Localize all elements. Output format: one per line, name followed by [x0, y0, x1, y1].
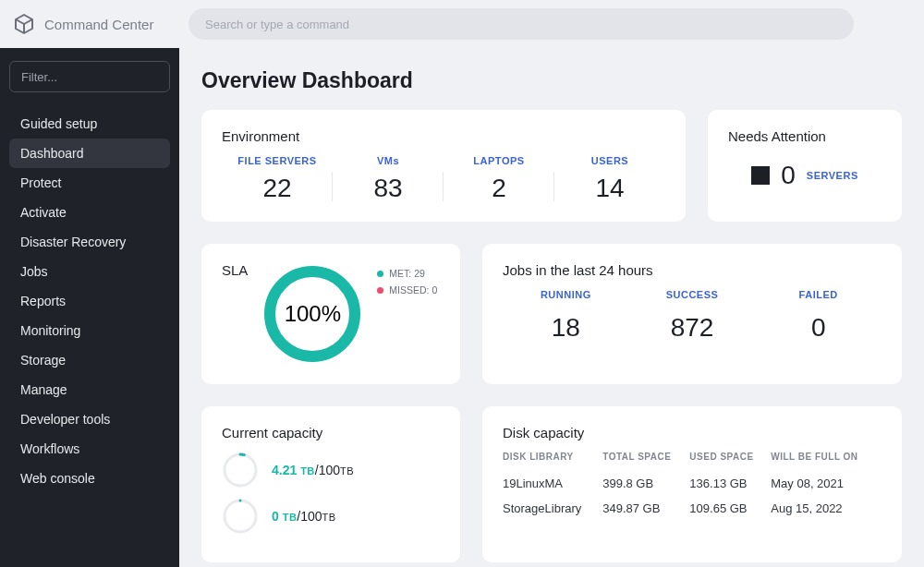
table-cell: 399.8 GB: [602, 471, 689, 496]
sidebar-item-protect[interactable]: Protect: [9, 168, 170, 198]
job-stat[interactable]: RUNNING18: [503, 289, 629, 343]
jobs-card: Jobs in the last 24 hours RUNNING18SUCCE…: [482, 244, 902, 384]
sidebar-item-disaster-recovery[interactable]: Disaster Recovery: [9, 227, 170, 257]
table-cell: May 08, 2021: [771, 471, 881, 496]
env-label: LAPTOPS: [444, 155, 554, 166]
capacity-text: 0 TB/100TB: [272, 509, 336, 524]
page-title: Overview Dashboard: [201, 68, 902, 93]
job-stat[interactable]: SUCCESS872: [629, 289, 756, 343]
svg-point-1: [225, 454, 256, 486]
sidebar-item-developer-tools[interactable]: Developer tools: [9, 404, 170, 434]
needs-attention-label: SERVERS: [807, 170, 858, 181]
capacity-ring-icon: [222, 498, 259, 535]
cube-icon: [13, 13, 35, 35]
capacity-row: 4.21 TB/100TB: [222, 452, 440, 489]
sidebar-item-jobs[interactable]: Jobs: [9, 257, 170, 286]
job-label: FAILED: [755, 289, 881, 300]
status-square-icon: [751, 166, 770, 185]
filter-input[interactable]: [9, 61, 170, 92]
job-value: 0: [755, 313, 881, 343]
capacity-ring-icon: [222, 452, 259, 489]
table-cell: 19LinuxMA: [503, 471, 602, 496]
environment-card: Environment FILE SERVERS22VMs83LAPTOPS2U…: [201, 110, 686, 222]
sla-title: SLA: [222, 262, 248, 366]
legend-missed: MISSED: 0: [389, 284, 437, 296]
env-value: 2: [444, 174, 554, 203]
sidebar: Guided setupDashboardProtectActivateDisa…: [0, 48, 179, 567]
table-cell: Aug 15, 2022: [771, 496, 881, 521]
table-cell: 109.65 GB: [689, 496, 771, 521]
table-header: WILL BE FULL ON: [771, 452, 881, 471]
env-stat[interactable]: FILE SERVERS22: [222, 155, 333, 203]
svg-point-3: [225, 501, 256, 532]
search-input[interactable]: [188, 8, 854, 40]
env-stat[interactable]: USERS14: [554, 155, 665, 203]
table-cell: 136.13 GB: [689, 471, 771, 496]
sidebar-item-monitoring[interactable]: Monitoring: [9, 316, 170, 345]
needs-attention-card: Needs Attention 0 SERVERS: [708, 110, 902, 222]
capacity-text: 4.21 TB/100TB: [272, 463, 354, 477]
job-label: SUCCESS: [629, 289, 756, 300]
env-value: 14: [554, 174, 665, 203]
search-wrap: [188, 8, 911, 40]
dot-icon: [377, 287, 383, 294]
current-capacity-title: Current capacity: [222, 425, 440, 440]
table-cell: 349.87 GB: [602, 496, 689, 521]
sidebar-item-manage[interactable]: Manage: [9, 375, 170, 404]
job-stat[interactable]: FAILED0: [755, 289, 881, 343]
table-row[interactable]: 19LinuxMA399.8 GB136.13 GBMay 08, 2021: [503, 471, 881, 496]
sidebar-item-workflows[interactable]: Workflows: [9, 434, 170, 464]
table-header: USED SPACE: [689, 452, 771, 471]
table-row[interactable]: StorageLibrary349.87 GB109.65 GBAug 15, …: [503, 496, 881, 521]
topbar: Command Center: [0, 0, 924, 48]
env-label: FILE SERVERS: [222, 155, 333, 166]
sidebar-item-dashboard[interactable]: Dashboard: [9, 139, 170, 168]
job-label: RUNNING: [503, 289, 629, 300]
sla-percent: 100%: [261, 262, 364, 366]
sidebar-item-activate[interactable]: Activate: [9, 198, 170, 227]
sidebar-item-reports[interactable]: Reports: [9, 286, 170, 316]
env-label: USERS: [554, 155, 665, 166]
sla-legend: MET: 29 MISSED: 0: [377, 262, 437, 366]
sidebar-item-guided-setup[interactable]: Guided setup: [9, 109, 170, 139]
current-capacity-card: Current capacity 4.21 TB/100TB0 TB/100TB: [201, 406, 460, 562]
table-header: DISK LIBRARY: [503, 452, 602, 471]
table-cell: StorageLibrary: [503, 496, 602, 521]
env-stat[interactable]: VMs83: [333, 155, 444, 203]
sidebar-item-storage[interactable]: Storage: [9, 345, 170, 375]
disk-capacity-title: Disk capacity: [503, 425, 881, 440]
jobs-title: Jobs in the last 24 hours: [503, 262, 881, 278]
disk-capacity-card: Disk capacity DISK LIBRARYTOTAL SPACEUSE…: [482, 406, 902, 562]
env-value: 83: [333, 174, 444, 203]
needs-attention-title: Needs Attention: [728, 128, 881, 144]
dot-icon: [377, 271, 383, 277]
app-name: Command Center: [44, 17, 153, 32]
legend-met: MET: 29: [389, 268, 425, 279]
sidebar-item-web-console[interactable]: Web console: [9, 464, 170, 493]
env-stat[interactable]: LAPTOPS2: [444, 155, 554, 203]
env-label: VMs: [333, 155, 444, 166]
table-header: TOTAL SPACE: [602, 452, 689, 471]
env-value: 22: [222, 174, 333, 203]
sla-donut-chart: 100%: [261, 262, 364, 366]
capacity-row: 0 TB/100TB: [222, 498, 440, 535]
environment-title: Environment: [222, 128, 665, 144]
brand: Command Center: [13, 13, 179, 35]
main-content: Overview Dashboard Environment FILE SERV…: [179, 48, 924, 567]
disk-table: DISK LIBRARYTOTAL SPACEUSED SPACEWILL BE…: [503, 452, 881, 521]
needs-attention-count: 0: [781, 161, 796, 190]
sla-card: SLA 100% MET: 29 MISSED: 0: [201, 244, 460, 384]
job-value: 18: [503, 313, 629, 343]
job-value: 872: [629, 313, 756, 343]
